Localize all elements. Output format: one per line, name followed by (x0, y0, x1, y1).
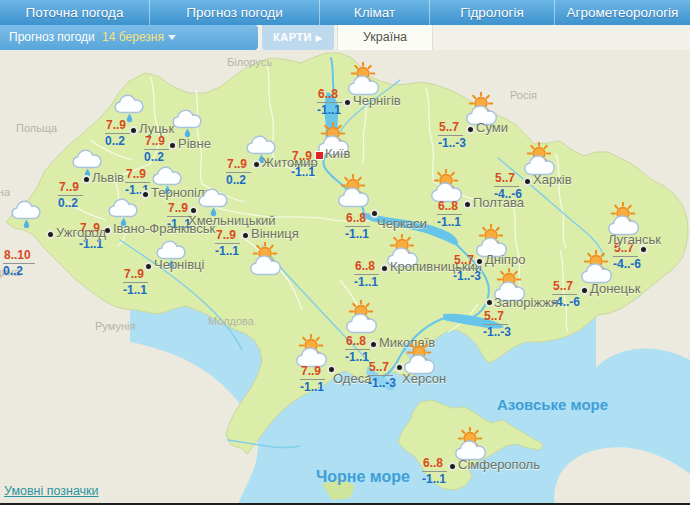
city-label[interactable]: Луганськ (608, 232, 661, 247)
city-marker[interactable] (369, 340, 378, 349)
city-label[interactable]: Дніпро (485, 252, 525, 267)
day-temp: 5..7 (483, 310, 508, 325)
city-marker[interactable] (485, 298, 494, 307)
sea-label: Чорне море (316, 468, 410, 486)
city-temperature: 6..8-1..1 (345, 335, 370, 364)
city-marker[interactable] (168, 141, 177, 150)
city-label[interactable]: Івано-Франківськ (113, 221, 215, 236)
night-temp: -1..-3 (368, 376, 396, 390)
forecast-date-selector[interactable]: Прогноз погоди 14 березня (0, 25, 258, 50)
selected-date: 14 березня (102, 30, 164, 44)
sun-behind-cloud-icon (450, 427, 490, 461)
maps-button[interactable]: КАРТИ ▶ (262, 25, 334, 50)
city-marker[interactable] (523, 177, 532, 186)
sun-behind-cloud-icon (426, 169, 466, 203)
city-marker[interactable] (46, 230, 55, 239)
city-marker[interactable] (448, 462, 457, 471)
night-temp: -1..-3 (438, 136, 466, 150)
city-marker[interactable] (144, 262, 153, 271)
city-temperature: 8..100..2 (3, 249, 35, 278)
day-temp: 7..9 (125, 168, 150, 183)
day-temp: 6..8 (422, 457, 447, 472)
day-temp: 6..8 (345, 212, 370, 227)
sea-label: Азовське море (497, 396, 608, 413)
city-marker[interactable] (466, 125, 475, 134)
day-temp: 7..9 (300, 365, 325, 380)
day-temp: 7..9 (291, 150, 316, 165)
city-marker[interactable] (252, 160, 261, 169)
city-label[interactable]: Харків (533, 172, 572, 187)
night-temp: -1..1 (422, 472, 447, 486)
capital-marker[interactable] (315, 151, 324, 160)
city-marker[interactable] (463, 200, 472, 209)
night-temp: -1..-3 (483, 325, 511, 339)
night-temp: -1..1 (345, 350, 370, 364)
day-temp: 6..8 (437, 200, 462, 215)
city-label[interactable]: Львів (92, 170, 124, 185)
sub-nav: Прогноз погоди 14 березня КАРТИ ▶ Україн… (0, 25, 690, 50)
city-label[interactable]: Київ (325, 146, 350, 161)
city-label[interactable]: Рівне (178, 136, 211, 151)
city-temperature: 7..90..2 (105, 119, 130, 148)
day-temp: 6..8 (354, 260, 379, 275)
country-label: Словаччина (0, 186, 10, 198)
city-temperature: 7..9-1..1 (300, 365, 325, 394)
sun-behind-cloud-icon (341, 300, 381, 334)
night-temp: -1..1 (123, 283, 148, 297)
city-label[interactable]: Сімферополь (458, 457, 540, 472)
day-temp: 5..7 (438, 121, 463, 136)
sun-behind-cloud-icon (576, 250, 616, 284)
city-marker[interactable] (343, 98, 352, 107)
city-label[interactable]: Ужгород (56, 225, 106, 240)
legend-link[interactable]: Умовні позначки (4, 484, 99, 498)
city-label[interactable]: Херсон (402, 371, 446, 386)
city-temperature: 6..8-1..1 (422, 457, 447, 486)
city-marker[interactable] (475, 257, 484, 266)
nav-tab-2[interactable]: Прогноз погоди (150, 0, 320, 25)
nav-tab-3[interactable]: Клімат (320, 0, 430, 25)
day-temp: 5..7 (368, 361, 393, 376)
city-marker[interactable] (241, 231, 250, 240)
breadcrumb-label: Прогноз погоди (9, 30, 95, 44)
city-temperature: 7..90..2 (144, 135, 169, 164)
country-label: Молдова (208, 315, 254, 327)
city-label[interactable]: Вінниця (251, 226, 299, 241)
city-label[interactable]: Чернігів (353, 93, 401, 108)
country-label: Румунія (95, 320, 135, 332)
sun-behind-cloud-icon (603, 202, 643, 236)
city-label[interactable]: Черкаси (377, 216, 427, 231)
city-label[interactable]: Полтава (473, 195, 524, 210)
city-marker[interactable] (129, 126, 138, 135)
city-temperature: 7..90..2 (58, 181, 83, 210)
city-temperature: 7..9-1..1 (215, 229, 240, 258)
city-marker[interactable] (82, 175, 91, 184)
tab-ukraine[interactable]: Україна (337, 25, 433, 50)
night-temp: -1..1 (437, 215, 462, 229)
city-marker[interactable] (380, 264, 389, 273)
night-temp: -1..1 (291, 165, 316, 179)
rain-icon (10, 196, 46, 230)
city-label[interactable]: Суми (476, 120, 508, 135)
day-temp: 7..9 (215, 229, 240, 244)
night-temp: -4..-6 (613, 257, 641, 271)
map-overlay: ПольщаБілорусьРосіяРумуніяМолдоваСловачч… (0, 50, 690, 505)
top-nav: Поточна погодаПрогноз погодиКліматГідрол… (0, 0, 690, 25)
city-label[interactable]: Одеса (333, 371, 371, 386)
city-label[interactable]: Чернівці (154, 257, 204, 272)
nav-tab-1[interactable]: Поточна погода (0, 0, 150, 25)
day-temp: 6..8 (345, 335, 370, 350)
night-temp: 0..2 (58, 196, 83, 210)
city-label[interactable]: Запоріжжя (494, 295, 558, 310)
night-temp: -1..1 (300, 380, 325, 394)
day-temp: 5..7 (552, 280, 577, 295)
sun-behind-cloud-icon (245, 242, 285, 276)
city-temperature: 7..9-1..1 (291, 150, 316, 179)
city-temperature: 5..7-1..-3 (438, 121, 466, 150)
city-label[interactable]: Донецьк (590, 281, 641, 296)
day-temp: 6..8 (317, 88, 342, 103)
sun-behind-cloud-icon (343, 62, 383, 96)
city-temperature: 6..8-1..1 (354, 260, 379, 289)
nav-tab-5[interactable]: Агрометеорологія (555, 0, 690, 25)
nav-tab-4[interactable]: Гідрологія (430, 0, 555, 25)
city-marker[interactable] (580, 286, 589, 295)
